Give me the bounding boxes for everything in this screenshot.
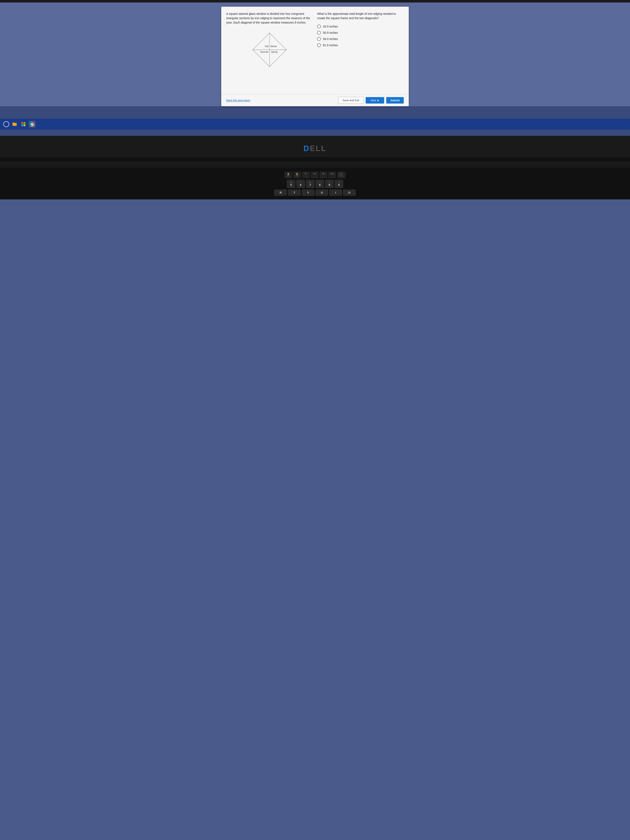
key-f9[interactable]: F9 — [320, 172, 327, 178]
radio-c[interactable] — [317, 37, 321, 41]
key-y[interactable]: Y — [302, 189, 314, 196]
radio-a[interactable] — [317, 25, 321, 28]
fall-label: Fall — [265, 45, 268, 47]
spring-label: Spring — [271, 51, 278, 53]
submit-button[interactable]: Submit — [386, 97, 404, 104]
key-f10[interactable]: F10 — [328, 172, 336, 178]
fn-key-row: 🔒 F5 🔒 F6 F7 F8 F9 F10 F11 PrtScr — [2, 172, 628, 178]
option-a-label: 43.5 inches — [323, 25, 338, 28]
key-8[interactable]: * 8 — [316, 180, 324, 188]
key-o[interactable]: O — [343, 189, 355, 196]
svg-rect-4 — [24, 122, 25, 124]
right-question-text: What is the approximate total length of … — [317, 12, 404, 21]
key-f8[interactable]: F8 — [311, 172, 318, 178]
key-6[interactable]: ^ 6 — [297, 180, 305, 188]
mark-return-link[interactable]: Mark this and return — [226, 99, 250, 102]
number-row: % 5 ^ 6 & 7 * 8 ( 9 ) 0 — [2, 180, 628, 188]
diagram-container: Fall Winter Summer Spring — [226, 31, 313, 68]
option-d[interactable]: 61.5 inches — [317, 43, 404, 47]
key-u[interactable]: U — [316, 189, 328, 196]
option-c-label: 54.0 inches — [323, 37, 338, 41]
option-b[interactable]: 50.9 inches — [317, 31, 404, 35]
quiz-card: A square stained glass window is divided… — [221, 7, 409, 106]
footer-buttons: Save and Exit Next Submit — [338, 97, 404, 104]
key-f11[interactable]: F11 PrtScr — [337, 172, 346, 178]
left-panel: A square stained glass window is divided… — [226, 12, 313, 89]
quiz-footer: Mark this and return Save and Exit Next … — [221, 94, 409, 106]
palm-rest — [0, 161, 630, 167]
key-5[interactable]: % 5 — [287, 180, 295, 188]
taskbar — [0, 119, 630, 129]
save-exit-button[interactable]: Save and Exit — [338, 97, 363, 104]
radio-d[interactable] — [317, 43, 321, 47]
svg-rect-3 — [21, 122, 23, 124]
dell-branding-area: DELL — [0, 136, 630, 157]
key-f7[interactable]: F7 — [302, 172, 309, 178]
radio-b[interactable] — [317, 31, 321, 35]
key-t[interactable]: T — [288, 189, 301, 196]
summer-label: Summer — [260, 51, 269, 53]
letter-row: R T Y U I O — [2, 189, 628, 196]
answer-options: 43.5 inches 50.9 inches 54.0 inches — [317, 25, 404, 47]
key-f5[interactable]: 🔒 F5 — [284, 172, 292, 178]
dell-logo: DELL — [303, 144, 327, 153]
svg-rect-6 — [24, 125, 25, 126]
taskbar-store-icon[interactable] — [20, 121, 27, 128]
winter-label: Winter — [271, 45, 277, 47]
key-0[interactable]: ) 0 — [335, 180, 343, 188]
key-7[interactable]: & 7 — [306, 180, 314, 188]
key-f6[interactable]: 🔒 F6 — [293, 172, 301, 178]
svg-rect-5 — [21, 125, 23, 126]
option-d-label: 61.5 inches — [323, 44, 338, 47]
taskbar-search-button[interactable] — [3, 121, 9, 127]
keyboard: 🔒 F5 🔒 F6 F7 F8 F9 F10 F11 PrtScr % 5 — [0, 167, 630, 199]
taskbar-chrome-icon[interactable] — [29, 121, 35, 128]
next-button[interactable]: Next — [366, 97, 384, 104]
key-r[interactable]: R — [275, 189, 287, 196]
key-i[interactable]: I — [329, 189, 342, 196]
diamond-diagram: Fall Winter Summer Spring — [251, 31, 288, 68]
left-question-text: A square stained glass window is divided… — [226, 12, 313, 25]
option-c[interactable]: 54.0 inches — [317, 37, 404, 41]
hinge — [0, 157, 630, 161]
option-a[interactable]: 43.5 inches — [317, 25, 404, 28]
key-9[interactable]: ( 9 — [325, 180, 333, 188]
right-panel: What is the approximate total length of … — [317, 12, 404, 89]
svg-point-9 — [32, 123, 33, 125]
option-b-label: 50.9 inches — [323, 31, 338, 35]
taskbar-file-explorer-icon[interactable] — [11, 121, 18, 128]
